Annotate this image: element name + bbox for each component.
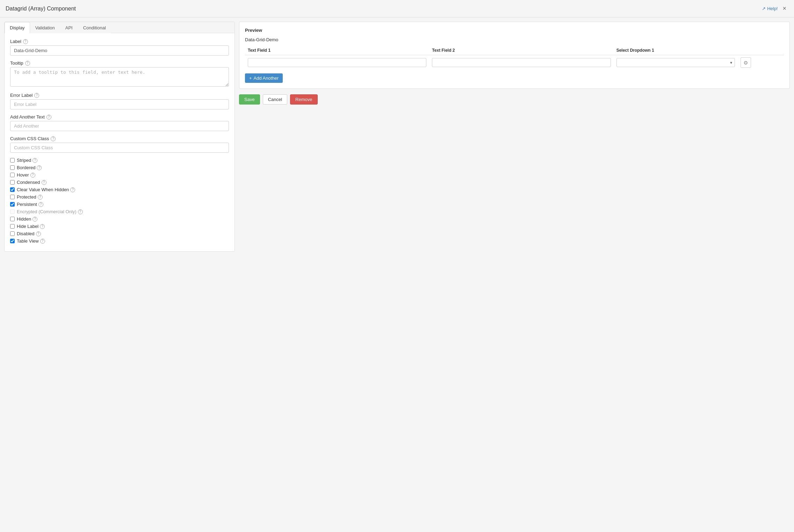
preview-grid-label: Data-Grid-Demo [245,37,784,42]
condensed-checkbox[interactable] [10,180,15,185]
left-panel: Display Validation API Conditional Label [4,22,235,252]
checkboxes-container: Striped ? Bordered ? [10,158,229,244]
disabled-label: Disabled ? [17,231,41,236]
persistent-help-icon: ? [38,202,43,207]
tab-conditional[interactable]: Conditional [78,22,111,33]
hide-label-checkbox[interactable] [10,224,15,229]
hidden-label: Hidden ? [17,216,37,222]
clear-value-checkbox[interactable] [10,187,15,192]
tooltip-help-icon: ? [25,61,30,66]
preview-table: Text Field 1 Text Field 2 Select Dropdow… [245,46,784,70]
tabs-container: Display Validation API Conditional [5,22,234,33]
condensed-label: Condensed ? [17,180,46,185]
preview-col-2-header: Text Field 2 [429,46,613,55]
disabled-help-icon: ? [36,231,41,236]
preview-col-1-header: Text Field 1 [245,46,429,55]
striped-checkbox[interactable] [10,158,15,163]
error-label-help-icon: ? [34,93,39,98]
hide-label-label: Hide Label ? [17,224,45,229]
checkbox-protected: Protected ? [10,194,229,200]
add-another-text-field-label: Add Another Text ? [10,114,229,120]
tooltip-input[interactable] [10,67,229,87]
preview-remove-row-button[interactable]: ⊙ [741,57,751,68]
disabled-checkbox[interactable] [10,231,15,236]
preview-table-header-row: Text Field 1 Text Field 2 Select Dropdow… [245,46,784,55]
preview-table-row: ▼ ⊙ [245,55,784,70]
custom-css-input[interactable] [10,143,229,153]
save-button[interactable]: Save [239,94,260,105]
preview-remove-cell: ⊙ [738,55,784,70]
checkbox-bordered: Bordered ? [10,165,229,170]
label-group: Label ? [10,39,229,56]
preview-title: Preview [245,28,784,33]
preview-select-cell: ▼ [614,55,738,70]
checkbox-persistent: Persistent ? [10,202,229,207]
checkbox-clear-value: Clear Value When Hidden ? [10,187,229,192]
checkbox-hidden: Hidden ? [10,216,229,222]
preview-select-wrapper: ▼ [616,58,735,67]
add-another-label: Add Another [254,76,279,81]
bordered-label: Bordered ? [17,165,42,170]
add-another-text-input[interactable] [10,121,229,131]
tooltip-group: Tooltip ? [10,60,229,88]
error-label-group: Error Label ? [10,93,229,109]
add-another-button[interactable]: + Add Another [245,73,283,83]
label-field-label: Label ? [10,39,229,44]
protected-label: Protected ? [17,194,43,200]
preview-text-field-1[interactable] [248,58,426,67]
hover-checkbox[interactable] [10,173,15,177]
protected-help-icon: ? [38,195,43,200]
hidden-checkbox[interactable] [10,217,15,221]
close-button[interactable]: × [780,4,788,13]
table-view-checkbox[interactable] [10,239,15,243]
preview-col-3-header: Select Dropdown 1 [614,46,738,55]
dialog-title: Datagrid (Array) Component [6,6,76,12]
checkbox-hover: Hover ? [10,172,229,178]
error-label-field-label: Error Label ? [10,93,229,98]
encrypted-checkbox [10,209,15,214]
bottom-buttons: Save Cancel Remove [239,93,790,105]
add-another-text-group: Add Another Text ? [10,114,229,131]
preview-col-actions-header [738,46,784,55]
remove-button[interactable]: Remove [290,94,317,105]
bordered-checkbox[interactable] [10,165,15,170]
encrypted-label: Encrypted (Commercial Only) ? [17,209,83,214]
add-another-plus-icon: + [249,76,252,81]
preview-box: Preview Data-Grid-Demo Text Field 1 Text… [239,22,790,89]
label-input[interactable] [10,45,229,56]
hide-label-help-icon: ? [40,224,45,229]
condensed-help-icon: ? [42,180,46,185]
striped-label: Striped ? [17,158,37,163]
custom-css-help-icon: ? [51,136,56,141]
dialog-header: Datagrid (Array) Component ↗ Help! × [0,0,794,17]
preview-text-field-2[interactable] [432,58,611,67]
persistent-checkbox[interactable] [10,202,15,207]
checkbox-condensed: Condensed ? [10,180,229,185]
table-view-label: Table View ? [17,238,45,244]
help-icon: ↗ [762,6,766,11]
preview-select-dropdown[interactable] [616,58,735,67]
hidden-help-icon: ? [33,217,37,222]
error-label-input[interactable] [10,99,229,109]
checkbox-hide-label: Hide Label ? [10,224,229,229]
checkbox-disabled: Disabled ? [10,231,229,236]
label-help-icon: ? [23,39,28,44]
hover-help-icon: ? [30,173,35,178]
preview-remove-row-icon: ⊙ [744,60,748,65]
bordered-help-icon: ? [37,165,42,170]
table-view-help-icon: ? [40,239,45,244]
add-another-help-icon: ? [46,115,51,120]
custom-css-field-label: Custom CSS Class ? [10,136,229,141]
checkbox-striped: Striped ? [10,158,229,163]
encrypted-help-icon: ? [78,209,83,214]
protected-checkbox[interactable] [10,195,15,199]
preview-text-field-1-cell [245,55,429,70]
cancel-button[interactable]: Cancel [263,94,287,105]
tab-display[interactable]: Display [5,22,30,33]
help-link[interactable]: ↗ Help! [762,6,778,11]
tab-api[interactable]: API [60,22,78,33]
striped-help-icon: ? [33,158,37,163]
tab-validation[interactable]: Validation [30,22,60,33]
dialog-top-actions: ↗ Help! × [762,4,788,13]
clear-value-label: Clear Value When Hidden ? [17,187,75,192]
